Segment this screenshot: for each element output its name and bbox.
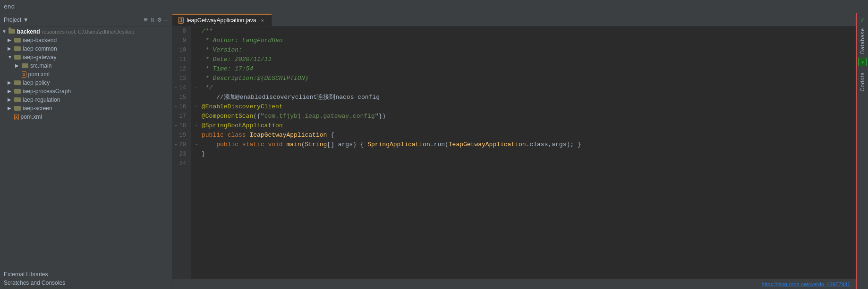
tree-item-backend[interactable]: ▼ backend resources root, C:\Users\zdhha…	[0, 27, 172, 36]
code-line-8: - /**	[195, 26, 852, 36]
arrow-right-icon	[8, 105, 13, 111]
code-text: * Description:${DESCRIPTION}	[202, 74, 308, 83]
code-text: SpringApplication	[367, 140, 430, 149]
codota-tool[interactable]: Codota	[859, 72, 865, 91]
line-16: 16	[172, 102, 188, 112]
tree-item-iaep-regulation[interactable]: iaep-regulation	[0, 96, 172, 104]
code-line-23: }	[195, 149, 852, 159]
scratches-item[interactable]: Scratches and Consoles	[4, 279, 168, 287]
line-20: 20	[172, 140, 188, 149]
sidebar-title: Project ▼	[4, 17, 144, 23]
folder-icon	[14, 89, 21, 94]
minimize-icon[interactable]: —	[164, 16, 168, 24]
xml-icon-1: x	[22, 71, 26, 78]
fold-spacer	[195, 149, 200, 159]
tree-item-iaep-gateway[interactable]: iaep-gateway	[0, 53, 172, 61]
line-9: 9	[172, 36, 188, 45]
line-24: 24	[172, 159, 188, 168]
code-text: public	[202, 140, 238, 149]
status-url[interactable]: https://blog.csdn.net/weixin_42957931	[762, 281, 850, 287]
line-18: 18	[172, 121, 188, 131]
tree-item-iaep-policy[interactable]: iaep-policy	[0, 79, 172, 87]
code-text: @SpringBootApplication	[202, 121, 283, 131]
code-line-11: * Date: 2020/11/11	[195, 55, 852, 64]
code-text: com.tfjybj.ieap.gateway.config	[264, 112, 375, 121]
fold-16[interactable]: -	[195, 102, 200, 112]
pom-xml-2-label: pom.xml	[21, 114, 42, 120]
code-line-15: //添加@enablediscoveryclient连接到nacos confi…	[195, 93, 852, 102]
add-icon[interactable]: ⊕	[144, 16, 147, 24]
fold-18[interactable]: -	[195, 121, 200, 131]
settings-icon[interactable]: ⚙	[157, 16, 161, 24]
code-text: static	[242, 140, 264, 149]
code-line-10: * Version:	[195, 45, 852, 55]
line-12: 12	[172, 64, 188, 74]
iaep-processgraph-label: iaep-processGraph	[23, 88, 71, 95]
line-23: 23	[172, 149, 188, 159]
sidebar-header: Project ▼ ⊕ ⇅ ⚙ —	[0, 13, 172, 26]
code-line-16: - @EnableDiscoveryClient	[195, 102, 852, 112]
code-text: @EnableDiscoveryClient	[202, 102, 283, 112]
fold-14[interactable]: -	[195, 83, 200, 93]
iaep-backend-label: iaep-backend	[23, 37, 57, 44]
tree-item-pom-xml-2[interactable]: ▶ x pom.xml	[0, 113, 172, 121]
code-text: * Time: 17:54	[202, 64, 253, 74]
code-text	[224, 131, 228, 140]
code-text: [] args) {	[327, 140, 367, 149]
codota-icon: ✦	[858, 58, 867, 66]
folder-icon-backend	[9, 28, 15, 35]
xml-icon-2: x	[14, 114, 19, 120]
code-text: String	[305, 140, 327, 149]
code-text: public	[202, 131, 224, 140]
database-tool[interactable]: Database	[859, 28, 865, 54]
fold-spacer	[195, 112, 200, 121]
tree-item-pom-xml-1[interactable]: ▶ x pom.xml	[0, 70, 172, 79]
fold-8[interactable]: -	[195, 26, 200, 36]
java-file-icon: J	[178, 17, 184, 24]
code-text: "})	[375, 112, 386, 121]
tab-leap-app[interactable]: J leapGetwayApplication.java ×	[172, 14, 272, 26]
tree-item-iaep-processgraph[interactable]: iaep-processGraph	[0, 87, 172, 96]
fold-spacer	[195, 93, 200, 102]
code-text	[283, 140, 287, 149]
line-10: 10	[172, 45, 188, 55]
fold-spacer	[195, 36, 200, 45]
tree-item-src-main[interactable]: src.main	[0, 61, 172, 70]
folder-icon	[14, 46, 21, 51]
external-libraries-item[interactable]: External Libraries	[4, 270, 168, 279]
code-line-24	[195, 159, 852, 168]
tree-item-iaep-screen[interactable]: iaep-screen	[0, 104, 172, 113]
code-line-18: - @SpringBootApplication	[195, 121, 852, 131]
arrow-right-icon	[8, 97, 13, 103]
code-line-17: @ComponentScan({"com.tfjybj.ieap.gateway…	[195, 112, 852, 121]
sort-icon[interactable]: ⇅	[151, 16, 154, 24]
code-text: class	[228, 131, 246, 140]
iaep-regulation-label: iaep-regulation	[23, 96, 60, 103]
folder-icon	[14, 38, 21, 43]
iaep-gateway-label: iaep-gateway	[23, 54, 56, 61]
fold-20[interactable]: -	[195, 140, 200, 149]
sidebar-bottom: External Libraries Scratches and Console…	[0, 268, 172, 289]
arrow-right-icon	[8, 88, 13, 94]
right-sidebar-panel: ✓ Database ✦ Codota	[856, 13, 868, 289]
folder-icon	[14, 80, 21, 85]
line-15: 15	[172, 93, 188, 102]
tree-item-iaep-backend[interactable]: iaep-backend	[0, 36, 172, 44]
line-8: 8	[172, 26, 188, 36]
title-bar: end	[0, 0, 868, 13]
fold-spacer	[195, 45, 200, 55]
code-text	[264, 140, 268, 149]
code-text	[238, 140, 242, 149]
sidebar-header-icons: ⊕ ⇅ ⚙ —	[144, 16, 168, 24]
arrow-right-icon	[8, 80, 13, 86]
code-line-13: * Description:${DESCRIPTION}	[195, 74, 852, 83]
tab-close-button[interactable]: ×	[259, 17, 266, 24]
code-text: * Author: LangFordHao	[202, 36, 283, 45]
tree-item-iaep-common[interactable]: iaep-common	[0, 44, 172, 53]
code-text: ({"	[253, 112, 264, 121]
code-content[interactable]: - /** * Author: LangFordHao * Version: *	[191, 26, 856, 279]
status-bar: https://blog.csdn.net/weixin_42957931	[172, 279, 856, 289]
code-text: .class,args); }	[526, 140, 581, 149]
line-17: 17	[172, 112, 188, 121]
folder-icon	[22, 63, 28, 68]
